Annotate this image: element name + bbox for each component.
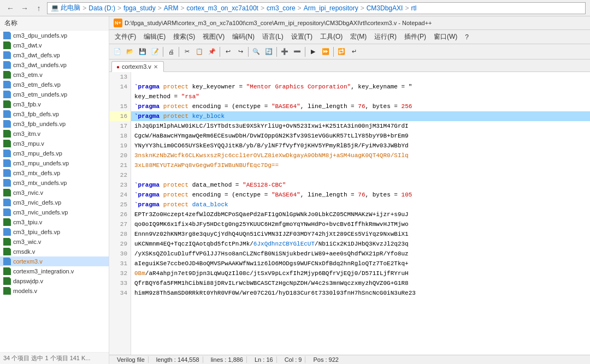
file-item[interactable]: cm3_nvic_undefs.vp xyxy=(0,207,109,217)
file-item[interactable]: cm3_etm_undefs.vp xyxy=(0,89,109,99)
file-item[interactable]: cm3_dwt_undefs.vp xyxy=(0,60,109,70)
menu-item[interactable]: ? xyxy=(462,32,472,42)
file-item[interactable]: cm3_wic.v xyxy=(0,237,109,247)
code-line[interactable]: `pragma protect data_method = "AES128-CB… xyxy=(131,180,590,190)
menu-item[interactable]: 视图(V) xyxy=(199,31,228,43)
code-line[interactable] xyxy=(131,170,590,180)
addr-cortex[interactable]: cortex_m3_on_xc7a100t xyxy=(186,4,258,12)
code-line[interactable]: uKCNmnm4EQ+TqczIQAotqbd5fctPnJMk/6JxQdhn… xyxy=(131,239,590,249)
addr-arm[interactable]: ARM xyxy=(164,4,179,12)
back-button[interactable]: ← xyxy=(4,2,16,14)
new-btn[interactable]: 📄 xyxy=(111,46,123,58)
menu-item[interactable]: 宏(M) xyxy=(347,31,370,43)
code-line[interactable]: `pragma protect data_block xyxy=(131,200,590,210)
code-line[interactable]: `pragma protect encoding = (enctype = "B… xyxy=(131,102,590,111)
file-item[interactable]: cm3_mpu.v xyxy=(0,139,109,148)
menu-item[interactable]: 编辑(E) xyxy=(140,31,169,43)
file-item[interactable]: cm3_itm.v xyxy=(0,129,109,139)
file-item[interactable]: cm3_nvic_defs.vp xyxy=(0,198,109,207)
editor-tab[interactable]: ● cortexm3.v ✕ xyxy=(111,61,164,72)
forward-button[interactable]: → xyxy=(19,2,31,14)
code-line[interactable]: EPTr3Zo0Hczept4zefWlOZdbMCPoSQaePd2aFI1g… xyxy=(131,210,590,219)
file-item[interactable]: cm3_dpu_undefs.vp xyxy=(0,31,109,40)
menu-item[interactable]: 插件(P) xyxy=(401,31,429,43)
code-line[interactable]: key_method = "rsa" xyxy=(131,92,590,102)
file-item[interactable]: cm3_dwt.v xyxy=(0,40,109,50)
addr-computer[interactable]: 💻 此电脑 xyxy=(51,3,80,13)
file-item[interactable]: cm3_mtx_undefs.vp xyxy=(0,178,109,188)
file-item[interactable]: cm3_etm.v xyxy=(0,70,109,80)
editor-area[interactable]: 1314151617181920212223242526272829303132… xyxy=(109,72,590,355)
code-line[interactable]: /yXSKsQZOlcuDluffVPGlJJ7Hso8anCLZNcfB0Ni… xyxy=(131,249,590,259)
code-line[interactable] xyxy=(131,72,590,82)
tab-close-btn[interactable]: ✕ xyxy=(154,64,158,70)
run-btn[interactable]: ⏩ xyxy=(320,46,332,58)
save-all-btn[interactable]: 📝 xyxy=(149,46,161,58)
macro-btn[interactable]: ▶ xyxy=(307,46,319,58)
file-item[interactable]: cm3_dwt_defs.vp xyxy=(0,50,109,60)
code-line[interactable]: 3xL88MEYUTzAWPq8vGegw0f3IWBuNBUfEqc7Dg== xyxy=(131,160,590,170)
sync-btn[interactable]: 🔁 xyxy=(335,46,347,58)
open-btn[interactable]: 📂 xyxy=(124,46,136,58)
menu-item[interactable]: 文件(F) xyxy=(111,31,139,43)
file-item[interactable]: cm3_mpu_defs.vp xyxy=(0,148,109,158)
file-item[interactable]: cm3_nvic.v xyxy=(0,188,109,198)
file-item[interactable]: cortexm3_integration.v xyxy=(0,266,109,276)
menu-item[interactable]: 搜索(S) xyxy=(170,31,198,43)
file-item[interactable]: cm3_mpu_undefs.vp xyxy=(0,158,109,168)
code-line[interactable]: ihJqGp1MlphALW0iKLC/lSYTbdts3uE9XSkYrliU… xyxy=(131,121,590,131)
file-list[interactable]: cm3_dpu_undefs.vpcm3_dwt.vcm3_dwt_defs.v… xyxy=(0,31,109,352)
menu-item[interactable]: 语言(L) xyxy=(259,31,287,43)
wrap-btn[interactable]: ↵ xyxy=(348,46,360,58)
code-line[interactable]: `pragma protect key_block xyxy=(131,111,590,121)
addr-cm3dbg[interactable]: CM3DbgAXI xyxy=(367,4,403,12)
code-line[interactable]: Ennn9Vz02hKNM3rg8e3quyCjYdhQ4UQn51CiVMN3… xyxy=(131,229,590,239)
code-line[interactable]: qo0oIQ9MK6x1fix4bJFy5HDctg0ng25YKUUC6H2m… xyxy=(131,219,590,229)
file-item[interactable]: cm3_fpb_defs.vp xyxy=(0,109,109,119)
addr-drive[interactable]: Data (D:) xyxy=(88,4,115,12)
file-item[interactable]: cm3_fpb_undefs.vp xyxy=(0,119,109,129)
redo-btn[interactable]: ↪ xyxy=(234,46,246,58)
code-line[interactable]: YNyYY3hLim0CO65UYSkEeSYQQJitKB/yb/B/ylNF… xyxy=(131,141,590,151)
cut-btn[interactable]: ✂ xyxy=(181,46,193,58)
copy-btn[interactable]: 📋 xyxy=(193,46,205,58)
zoom-out-btn[interactable]: ➖ xyxy=(291,46,303,58)
addr-fpga[interactable]: fpga_study xyxy=(123,4,156,12)
print-btn[interactable]: 🖨 xyxy=(165,46,177,58)
code-line[interactable]: `pragma protect encoding = (enctype = "B… xyxy=(131,190,590,200)
undo-btn[interactable]: ↩ xyxy=(222,46,234,58)
menu-item[interactable]: 窗口(W) xyxy=(430,31,461,43)
menu-item[interactable]: 工具(O) xyxy=(317,31,346,43)
file-name: cm3_itm.v xyxy=(13,130,40,137)
code-line[interactable]: 3nsknKzNbZWcfk6CLKwsxszRjc6ccl1erOVLZ8ie… xyxy=(131,151,590,160)
up-button[interactable]: ↑ xyxy=(33,2,45,14)
find-btn[interactable]: 🔍 xyxy=(250,46,262,58)
save-btn[interactable]: 💾 xyxy=(137,46,149,58)
menu-item[interactable]: 设置(T) xyxy=(288,31,316,43)
file-item[interactable]: cm3_fpb.v xyxy=(0,99,109,109)
file-item[interactable]: cortexm3.v xyxy=(0,256,109,266)
code-line[interactable]: aIeguiKSe7ccbeOJD4BoQMVSPwAAKWfNw11z6lO6… xyxy=(131,259,590,268)
addr-rtl[interactable]: rtl xyxy=(411,4,416,12)
code-line[interactable]: `pragma protect key_keyowner = "Mentor G… xyxy=(131,82,590,92)
code-line[interactable]: QfrBQY6fa5FMM1hCibNi88jDRvILrWcbWBCASCTz… xyxy=(131,278,590,288)
file-item[interactable]: cm3_tpiu.v xyxy=(0,217,109,227)
code-line[interactable]: CgcW/HaBawcHYmgawQeRm6ECEsuwDbH/DvWIOppG… xyxy=(131,131,590,141)
menu-item[interactable]: 运行(R) xyxy=(371,31,400,43)
zoom-in-btn[interactable]: ➕ xyxy=(279,46,291,58)
paste-btn[interactable]: 📌 xyxy=(206,46,218,58)
code-content[interactable]: `pragma protect key_keyowner = "Mentor G… xyxy=(131,72,590,355)
file-item[interactable]: models.v xyxy=(0,286,109,296)
addr-armipi[interactable]: Arm_ipi_repository xyxy=(304,4,358,12)
code-line[interactable]: himM9z8Th5amSD0RRkRt0YhR0VF0W/Wre07C2G1/… xyxy=(131,288,590,298)
file-item[interactable]: cm3_tpiu_defs.vp xyxy=(0,227,109,237)
file-item[interactable]: cm3_mtx_defs.vp xyxy=(0,168,109,178)
file-item[interactable]: cm3_etm_defs.vp xyxy=(0,80,109,89)
menu-item[interactable]: 编码(N) xyxy=(229,31,258,43)
address-bar[interactable]: 💻 此电脑 > Data (D:) > fpga_study > ARM > c… xyxy=(47,2,586,14)
file-item[interactable]: cmsdk.v xyxy=(0,247,109,256)
replace-btn[interactable]: 🔄 xyxy=(263,46,275,58)
file-item[interactable]: dapswjdp.v xyxy=(0,276,109,286)
addr-cm3core[interactable]: cm3_core xyxy=(267,4,296,12)
code-line[interactable]: 0Bm/aR4ahpjn7et9Djpn3LqWuQzIl08c/jtSxV9p… xyxy=(131,268,590,278)
